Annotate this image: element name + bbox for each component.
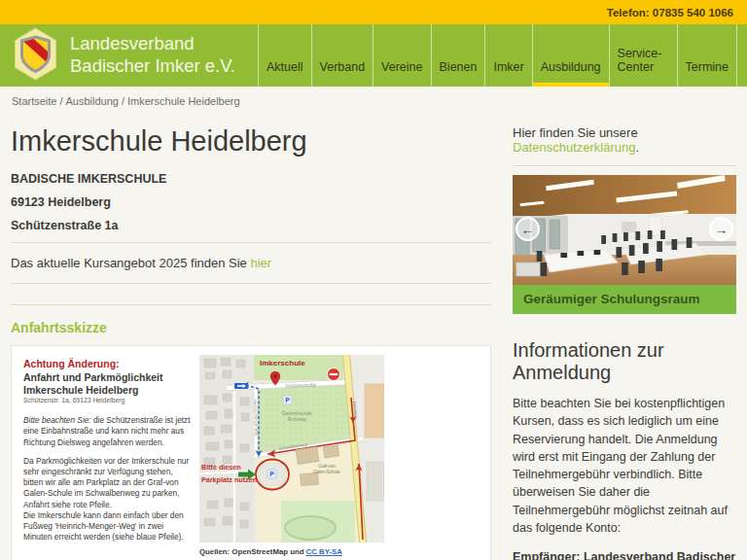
svg-text:Parkplatz nutzen: Parkplatz nutzen [201,475,257,484]
nav-item-service-center[interactable]: Service-Center [609,24,677,87]
notice-address: Schützenstr. 1a, 69123 Heidelberg [23,397,191,403]
svg-text:Bitte diesen: Bitte diesen [201,463,241,472]
notice-paragraph-2: Da Parkmöglichkeiten vor der Imkerschule… [23,456,191,510]
school-name: BADISCHE IMKERSCHULE [11,172,491,186]
map-graphic: P P Imkerschule Schüt [199,355,384,542]
divider [513,165,736,166]
registration-recipient: Empfänger: Landesverband Badischer Imker… [513,548,736,560]
svg-text:Rohrweg: Rohrweg [287,417,306,422]
svg-text:P: P [269,471,274,477]
content: Imkerschule Heidelberg BADISCHE IMKERSCH… [0,113,747,560]
directions-box: Achtung Änderung: Anfahrt und Parkmöglic… [11,345,491,560]
carousel-prev-button[interactable]: ← [516,217,540,241]
svg-text:Galen-Schule: Galen-Schule [313,470,340,474]
nav-item-termine[interactable]: Termine [677,24,737,87]
nav-item-ausbildung[interactable]: Ausbildung [532,24,609,87]
brand[interactable]: Landesverband Badischer Imker e.V. [0,24,258,87]
phone-number: Telefon: 07835 540 1066 [607,7,733,18]
school-city: 69123 Heidelberg [11,195,491,209]
top-contact-bar: Telefon: 07835 540 1066 [0,0,747,24]
classroom-photo [513,175,736,285]
directions-notice: Achtung Änderung: Anfahrt und Parkmöglic… [23,355,191,556]
carousel-caption: Geräumiger Schulungsraum [513,285,736,314]
nav-item-imker[interactable]: Imker [484,24,531,87]
nav-item-vereine[interactable]: Vereine [373,24,430,87]
svg-text:Graf-von: Graf-von [318,464,336,469]
next-arrow-icon: → [715,222,729,237]
nav-item-aktuell[interactable]: Aktuell [258,24,311,87]
svg-text:Gartenfreunde: Gartenfreunde [282,411,312,416]
directions-heading: Anfahrtsskizze [11,320,491,335]
breadcrumb-current: Imkerschule Heidelberg [127,95,240,107]
cc-by-sa-link[interactable]: CC BY-SA [306,547,342,556]
carousel-next-button[interactable]: → [709,217,733,241]
breadcrumb: Startseite/Ausbildung/Imkerschule Heidel… [0,87,747,113]
page-title: Imkerschule Heidelberg [11,125,491,158]
divider [11,242,491,243]
prev-arrow-icon: ← [521,222,535,237]
sidebar: Hier finden Sie unsere Datenschutzerklär… [513,113,736,560]
breadcrumb-home[interactable]: Startseite [12,95,56,107]
school-street: Schützenstraße 1a [11,219,491,232]
registration-intro: Bitte beachten Sie bei kostenpflichtigen… [513,395,736,537]
breadcrumb-ausbildung[interactable]: Ausbildung [66,95,119,107]
directions-map: P P Imkerschule Schüt [199,355,484,556]
registration-heading: Informationen zur Anmeldung [513,339,736,384]
main-column: Imkerschule Heidelberg BADISCHE IMKERSCH… [11,113,491,560]
map-sources: Quellen: OpenStreetMap und CC BY-SA [199,547,484,556]
logo-hexagon-shield-icon [12,27,59,85]
svg-text:P: P [285,397,290,403]
notice-subtitle: Anfahrt und Parkmöglichkeit Imkerschule … [23,371,191,397]
nav-item-verband[interactable]: Verband [311,24,374,87]
course-offer-link[interactable]: hier [250,256,271,270]
main-navbar: Landesverband Badischer Imker e.V. Aktue… [0,24,747,87]
main-menu: Aktuell Verband Vereine Bienen Imker Aus… [258,24,747,87]
svg-text:Imkerschule: Imkerschule [260,359,305,368]
privacy-line: Hier finden Sie unsere Datenschutzerklär… [513,125,736,155]
brand-title: Landesverband Badischer Imker e.V. [70,33,235,77]
divider [11,283,491,284]
notice-paragraph-3: Die Imkerschule kann dann einfach über d… [23,510,191,543]
nav-item-bienen[interactable]: Bienen [431,24,485,87]
divider [11,304,491,305]
privacy-link[interactable]: Datenschutzerklärung [513,140,635,155]
breadcrumb-separator: / [56,95,65,107]
notice-title: Achtung Änderung: [23,358,191,369]
notice-paragraph-1: Bitte beachten Sie: die Schützenstraße i… [23,415,191,448]
breadcrumb-separator: / [119,95,127,107]
course-offer-line: Das aktuelle Kursangebot 2025 finden Sie… [11,256,491,270]
image-carousel: ← → Geräumiger Schulungsraum [513,175,736,314]
